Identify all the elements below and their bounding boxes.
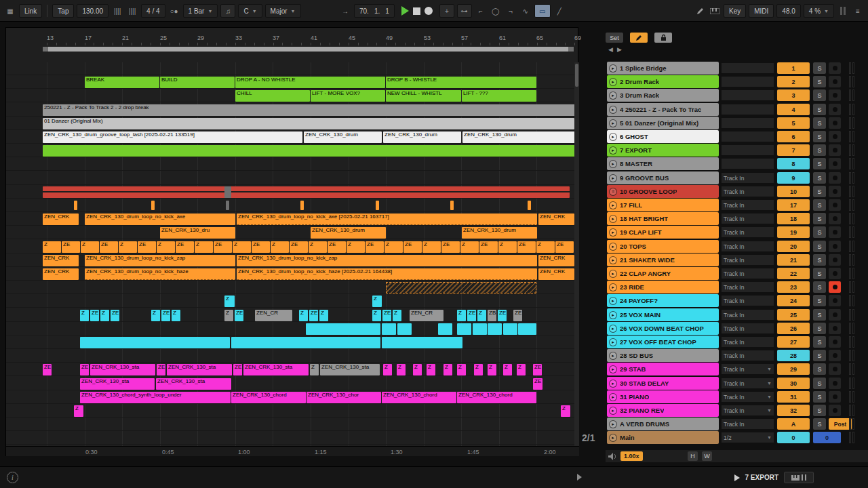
arrangement-row-1[interactable] [6, 62, 579, 75]
beat-time-ruler[interactable]: 131721252933374145495357616569 [6, 33, 579, 45]
input-routing-select[interactable]: Track In [721, 226, 774, 238]
clip[interactable]: ZE [479, 241, 498, 253]
clip[interactable]: Z [233, 241, 251, 253]
clip[interactable]: Z [271, 241, 289, 253]
solo-button[interactable]: S [813, 350, 826, 361]
arm-play-icon[interactable]: ▸ [609, 146, 617, 155]
session-record-button[interactable]: ▭ [534, 4, 551, 18]
track-activator-button[interactable] [829, 89, 841, 101]
clip[interactable]: ZE [138, 241, 156, 253]
input-routing-select[interactable]: Track In [721, 213, 774, 224]
solo-button[interactable]: S [813, 241, 826, 252]
track-number-badge[interactable]: 1 [777, 62, 810, 74]
clip[interactable]: Z [224, 296, 235, 307]
clip[interactable]: ZEN_CR [410, 310, 443, 321]
time-signature-display[interactable]: 4 / 4 [141, 4, 165, 18]
metronome-icon[interactable]: ○● [168, 4, 180, 18]
midi-map-button[interactable]: MIDI [749, 4, 774, 18]
track-name-chip[interactable]: ▸30 STAB DELAY [607, 377, 719, 390]
track-name-chip[interactable]: ▸3 Drum Rack [607, 89, 719, 102]
clip[interactable]: ZEN_CRK_130_chor [307, 392, 381, 403]
clip[interactable] [450, 201, 454, 210]
track-activator-button[interactable] [829, 241, 841, 252]
cpu-load-menu[interactable]: 4 % ▼ [804, 4, 834, 18]
track-number-badge[interactable]: 28 [777, 350, 810, 361]
record-button[interactable] [425, 7, 433, 15]
arm-play-icon[interactable]: ▸ [609, 325, 617, 333]
arm-play-icon[interactable]: ▸ [609, 78, 617, 86]
solo-button[interactable]: S [813, 418, 826, 430]
arm-play-icon[interactable]: ▸ [609, 407, 617, 415]
track-activator-button[interactable] [829, 378, 841, 389]
loop-icon[interactable]: ◯ [490, 4, 502, 18]
clip[interactable]: Z [457, 310, 466, 321]
solo-button[interactable]: S [813, 295, 826, 306]
zoom-scroll-handle[interactable] [43, 47, 574, 52]
clip[interactable]: BREAK [85, 77, 159, 88]
clip[interactable] [151, 201, 155, 210]
solo-button[interactable]: S [813, 336, 826, 348]
arm-play-icon[interactable]: ▸ [609, 133, 617, 141]
track-activator-button[interactable] [829, 350, 841, 361]
track-number-badge[interactable]: 29 [777, 363, 810, 375]
clip[interactable]: Z [517, 364, 526, 375]
clip[interactable]: ZE [214, 241, 232, 253]
track-name-chip[interactable]: ▸24 PAYOFF? [607, 294, 719, 307]
track-activator-button[interactable] [829, 323, 841, 334]
input-routing-select[interactable] [721, 131, 774, 142]
track-activator-button[interactable] [829, 213, 841, 224]
playback-speed-badge[interactable]: 1.00x [620, 451, 643, 461]
clip[interactable]: Z [372, 296, 382, 307]
input-routing-select[interactable]: 1/2▼ [721, 432, 774, 443]
track-number-badge[interactable]: 19 [777, 226, 810, 238]
track-name-chip[interactable]: ▸8 MASTER [607, 157, 719, 170]
input-routing-select[interactable] [721, 144, 774, 156]
clip[interactable]: ZE [498, 310, 507, 321]
track-name-chip[interactable]: ▸21 SHAKER WIDE [607, 253, 719, 266]
track-activator-button[interactable] [829, 268, 841, 279]
nudge-up-icon[interactable]: |||| [126, 4, 138, 18]
clip[interactable] [457, 323, 471, 335]
arm-play-icon[interactable]: ▸ [609, 106, 617, 114]
input-routing-select[interactable]: Track In [721, 418, 774, 430]
clip[interactable]: ZEN_CRK_130_drum_loop_no_kick_axe [85, 214, 235, 225]
arrangement-row-3[interactable]: CHILLLIFT - MORE VOX?NEW CHILL - WHISTLL… [6, 89, 579, 102]
clip[interactable]: ZEN_CRK_130_chord [382, 392, 456, 403]
punch-out-icon[interactable]: ¬ [505, 4, 517, 18]
input-routing-select[interactable]: Track In [721, 268, 774, 279]
clip[interactable] [43, 186, 570, 198]
track-activator-button[interactable] [829, 405, 841, 416]
clip[interactable]: ZE [62, 241, 80, 253]
track-name-chip[interactable]: ▸27 VOX OFF BEAT CHOP [607, 336, 719, 348]
solo-button[interactable]: S [813, 76, 826, 87]
arm-play-icon[interactable]: ▸ [609, 283, 617, 291]
track-name-chip[interactable]: ▸22 CLAP ANGRY [607, 267, 719, 280]
clip[interactable] [376, 201, 379, 210]
clip[interactable]: Z [172, 310, 180, 321]
arm-play-icon[interactable]: ▸ [609, 215, 617, 223]
solo-button[interactable]: S [813, 104, 826, 115]
input-routing-select[interactable]: Track In▼ [721, 391, 774, 403]
input-routing-select[interactable] [721, 158, 774, 169]
clip[interactable]: ZE [328, 241, 346, 253]
clip[interactable]: ZEN_CRK_130_dru [160, 227, 235, 239]
track-activator-button[interactable] [829, 391, 841, 403]
scale-select[interactable]: Major ▼ [265, 4, 301, 18]
solo-button[interactable]: S [813, 131, 826, 142]
clip[interactable]: Z [488, 364, 496, 375]
arrangement-row-31[interactable]: ZEN_CRK_130_chord_synth_loop_underZEN_CR… [6, 391, 579, 404]
clip[interactable] [300, 201, 304, 210]
track-activator-button[interactable] [829, 76, 841, 87]
clip[interactable]: ZEN_CR [255, 310, 292, 321]
input-routing-select[interactable]: Track In [721, 309, 774, 321]
arrangement-row-30[interactable]: ZEN_CRK_130_staZEN_CRK_130_staZE [6, 378, 579, 390]
track-number-badge[interactable]: 8 [777, 158, 810, 169]
groove-icon[interactable]: ≡ [609, 188, 617, 196]
track-name-chip[interactable]: ▸2 Drum Rack [607, 75, 719, 88]
clip[interactable]: DROP A - NO WHISTLE [235, 77, 385, 88]
follow-icon[interactable]: → [339, 4, 351, 18]
clip[interactable]: Z [503, 364, 512, 375]
clip[interactable]: Z [457, 364, 466, 375]
clip[interactable]: NEW CHILL - WHISTL [386, 90, 461, 102]
clip[interactable] [80, 337, 230, 348]
